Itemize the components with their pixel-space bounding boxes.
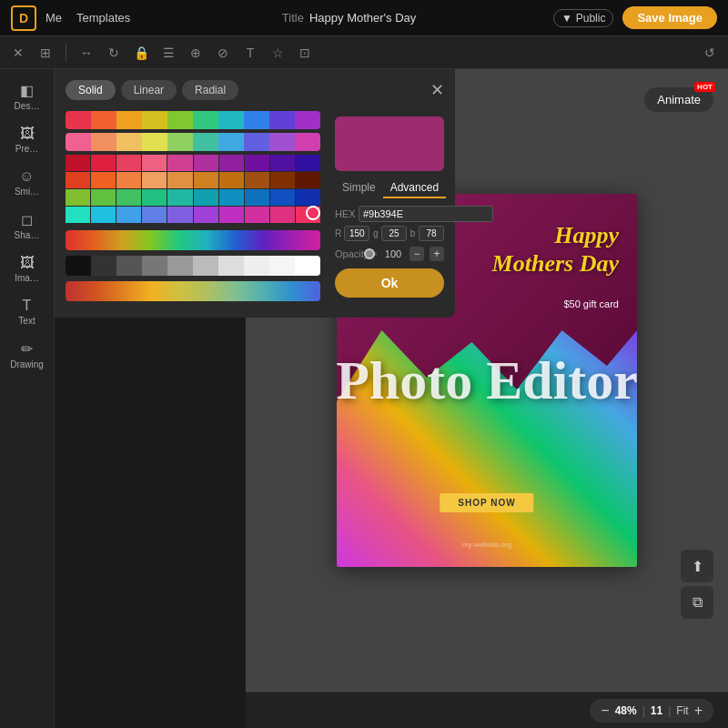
expand-tool-button[interactable]: ⬆ [681,550,713,582]
color-cell[interactable] [219,172,244,188]
swatch-cell[interactable] [295,133,320,151]
undo-icon[interactable]: ↺ [699,42,721,64]
public-toggle[interactable]: ▼ Public [553,9,614,27]
color-cell[interactable] [245,189,269,206]
swatch-cell[interactable] [193,111,218,129]
swatch-cell[interactable] [193,133,218,151]
opacity-slider[interactable] [374,252,377,256]
r-input[interactable] [344,226,369,241]
align-icon[interactable]: ☰ [157,42,179,64]
color-cell[interactable] [194,155,218,171]
color-cell[interactable] [270,207,295,223]
grayscale-row[interactable] [66,256,320,276]
b-input[interactable] [419,226,444,241]
gray-cell[interactable] [91,256,116,276]
color-cell[interactable] [245,172,269,188]
color-cell[interactable] [245,207,269,223]
ok-button[interactable]: Ok [335,268,444,298]
nav-templates[interactable]: Templates [76,11,130,25]
color-cell[interactable] [194,189,218,206]
filter-icon[interactable]: ⊘ [212,42,234,64]
color-cell[interactable] [219,207,244,223]
hex-input[interactable] [359,206,493,222]
zoom-out-button[interactable]: − [601,703,609,719]
color-cell[interactable] [91,172,116,188]
duplicate-tool-button[interactable]: ⧉ [681,586,713,619]
close-button[interactable]: ✕ [430,80,444,100]
sidebar-item-images[interactable]: 🖼 Ima… [4,249,51,288]
sidebar-item-design[interactable]: ◧ Des… [4,76,51,116]
color-cell[interactable] [296,189,320,206]
rotate-icon[interactable]: ↻ [103,42,125,64]
swatch-cell[interactable] [91,111,116,129]
text-icon[interactable]: T [239,42,261,64]
color-cell[interactable] [66,189,90,206]
title-value[interactable]: Happy Mother's Day [309,11,416,25]
color-cell[interactable] [194,207,218,223]
fit-button[interactable]: Fit [676,704,688,717]
app-logo[interactable]: D [11,5,36,31]
color-cell[interactable] [296,207,320,223]
swatch-row-1[interactable] [66,111,320,129]
color-cell[interactable] [116,207,141,223]
swatch-cell[interactable] [218,133,244,151]
sidebar-item-drawing[interactable]: ✏ Drawing [4,335,51,375]
sidebar-item-shapes[interactable]: ◻ Sha… [4,206,51,246]
warm-gradient-bar[interactable] [66,281,320,301]
gray-cell[interactable] [116,256,142,276]
frame-icon[interactable]: ⊡ [294,42,316,64]
swatch-cell[interactable] [295,111,320,129]
add-icon[interactable]: ⊕ [185,42,207,64]
g-input[interactable] [381,226,407,241]
color-cell[interactable] [270,155,295,171]
color-cell[interactable] [296,155,320,171]
gray-cell[interactable] [193,256,218,276]
color-cell[interactable] [167,189,192,206]
gray-cell[interactable] [142,256,167,276]
color-cell[interactable] [91,155,116,171]
color-cell[interactable] [194,172,218,188]
swatch-cell[interactable] [116,111,142,129]
swatch-cell[interactable] [66,111,91,129]
swatch-cell[interactable] [116,133,142,151]
swatch-cell[interactable] [142,111,167,129]
linear-tab[interactable]: Linear [121,80,177,100]
sidebar-item-text[interactable]: T Text [4,292,51,331]
simple-tab[interactable]: Simple [335,178,383,198]
color-cell[interactable] [116,155,141,171]
zoom-in-button[interactable]: + [694,703,703,719]
swatch-cell[interactable] [91,133,116,151]
radial-tab[interactable]: Radial [182,80,238,100]
animate-button[interactable]: Animate HOT [644,87,713,112]
crop-icon[interactable]: ✕ [7,42,29,64]
color-cell[interactable] [66,207,90,223]
sidebar-item-smiles[interactable]: ☺ Smi… [4,163,51,202]
color-cell[interactable] [167,155,192,171]
swatch-cell[interactable] [269,111,295,129]
swatch-cell[interactable] [269,133,295,151]
swatch-cell[interactable] [66,133,91,151]
color-cell[interactable] [91,189,116,206]
gray-cell[interactable] [269,256,295,276]
color-cell[interactable] [270,172,295,188]
color-cell[interactable] [219,189,244,206]
color-cell[interactable] [296,172,320,188]
sidebar-item-presets[interactable]: 🖼 Pre… [4,120,51,159]
opacity-thumb[interactable] [364,248,375,259]
color-cell[interactable] [66,155,90,171]
gradient-bar[interactable] [66,230,320,250]
swatch-cell[interactable] [218,111,244,129]
nav-me[interactable]: Me [46,11,62,25]
color-cell[interactable] [142,172,167,188]
color-cell[interactable] [116,172,141,188]
color-cell[interactable] [142,207,167,223]
color-cell[interactable] [167,207,192,223]
color-cell[interactable] [142,189,167,206]
gray-cell[interactable] [244,256,269,276]
lock-icon[interactable]: 🔒 [130,42,152,64]
move-icon[interactable]: ↔ [76,42,97,64]
gray-cell[interactable] [295,256,320,276]
save-button[interactable]: Save Image [622,6,717,29]
color-cell[interactable] [219,155,244,171]
star-icon[interactable]: ☆ [267,42,288,64]
